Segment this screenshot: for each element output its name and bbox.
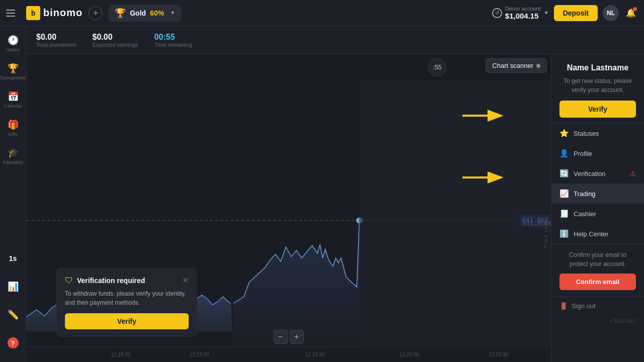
main-layout: 🕐 History 🏆 Tournaments 📅 Calendar 🎁 Gif… <box>0 26 644 362</box>
signout-label: Sign out <box>572 302 596 310</box>
toast-close-button[interactable]: ✕ <box>182 276 189 285</box>
toast-header: 🛡 Verification required ✕ <box>65 276 189 285</box>
deposit-button[interactable]: Deposit <box>554 5 598 21</box>
cashier-icon: 🧾 <box>559 209 569 218</box>
cashier-label: Cashier <box>574 210 596 218</box>
dropdown-item-trading[interactable]: 📈 Trading <box>551 184 644 204</box>
sidebar-item-calendar[interactable]: 📅 Calendar <box>2 86 24 113</box>
drawing-tools-button[interactable]: ✏️ <box>2 302 24 328</box>
arrow-top <box>460 107 506 126</box>
time-label-5: 12:20:30 <box>489 352 508 357</box>
email-section: Confirm your email to protect your accou… <box>551 244 644 296</box>
dropdown-item-cashier[interactable]: 🧾 Cashier <box>551 204 644 224</box>
trading-label: Trading <box>574 190 596 198</box>
sidebar-item-gifts[interactable]: 🎁 Gifts <box>2 115 24 141</box>
timeframe-selector[interactable]: 1s <box>2 245 24 272</box>
statuses-icon: ⭐ <box>559 129 569 138</box>
education-icon: 🎓 <box>8 147 19 158</box>
zoom-out-button[interactable]: − <box>274 330 288 344</box>
chart-panel-row: Chart scanner :55 <box>26 54 644 362</box>
dropdown-item-help-center[interactable]: ℹ️ Help Center <box>551 224 644 244</box>
chevron-down-icon: ▼ <box>170 10 175 16</box>
stat-expected-earnings: $0.00 Expected earnings <box>92 33 138 48</box>
chart-and-menu: $0.00 Total investment $0.00 Expected ea… <box>26 26 644 362</box>
chart-scanner-label: Chart scanner <box>492 62 533 69</box>
stats-bar: $0.00 Total investment $0.00 Expected ea… <box>26 26 644 54</box>
top-navigation: b binomo + 🏆 Gold 60% ▼ ↺ Demo account $… <box>0 0 644 26</box>
sidebar-item-history[interactable]: 🕐 History <box>2 30 24 56</box>
timeframe-label: 1s <box>9 254 17 262</box>
account-label: Demo account <box>505 6 541 12</box>
notification-badge <box>633 7 637 11</box>
zoom-in-button[interactable]: + <box>290 330 304 344</box>
zoom-controls: − + <box>274 330 304 344</box>
sidebar-item-education[interactable]: 🎓 Education <box>2 143 24 169</box>
signout-icon: 🚪 <box>559 302 568 310</box>
dropdown-username: Name Lastname <box>559 63 636 72</box>
dropdown-item-statuses[interactable]: ⭐ Statuses <box>551 123 644 143</box>
avatar[interactable]: NL <box>603 5 619 21</box>
time-remaining-value: 00:55 <box>154 33 192 42</box>
history-icon: 🕐 <box>8 35 19 46</box>
pencil-icon: ✏️ <box>8 309 19 320</box>
left-sidebar: 🕐 History 🏆 Tournaments 📅 Calendar 🎁 Gif… <box>0 26 26 362</box>
question-icon: ? <box>8 337 19 348</box>
time-label-3: 12:19:30 <box>305 352 325 357</box>
menu-button[interactable] <box>6 5 22 21</box>
chart-scanner-wrapper: Chart scanner <box>486 58 547 73</box>
time-label-1: 12:18:30 <box>111 352 130 357</box>
dropdown-item-verification[interactable]: 🔄 Verification ⚠ <box>551 163 644 184</box>
sign-out-button[interactable]: 🚪 Sign out <box>551 296 644 315</box>
toast-verify-button[interactable]: Verify <box>65 313 189 329</box>
version-label: v.8ab15be7 <box>551 315 644 327</box>
account-amount: $1,004.15 <box>505 12 541 20</box>
time-axis-label: Time rem. <box>542 105 550 362</box>
add-tab-button[interactable]: + <box>89 6 103 20</box>
chart-bar-icon: 📊 <box>8 281 19 292</box>
time-axis: 12:18:30 12:19:00 12:19:30 12:20:00 12:2… <box>26 347 551 362</box>
toast-title: Verification required <box>77 277 178 285</box>
svg-rect-9 <box>359 80 551 346</box>
profile-icon: 👤 <box>559 149 569 158</box>
sidebar-label-history: History <box>6 47 20 52</box>
verification-label: Verification <box>574 170 606 177</box>
notifications-button[interactable]: 🔔 <box>624 6 638 20</box>
time-remaining-label: Time remaining <box>154 42 192 48</box>
asset-selector[interactable]: 🏆 Gold 60% ▼ <box>109 5 181 22</box>
warning-icon: ⚠ <box>629 169 636 177</box>
dropdown-verify-subtitle: To get new status, please verify your ac… <box>559 76 636 95</box>
verification-icon: 🔄 <box>559 169 569 178</box>
total-investment-value: $0.00 <box>36 33 76 42</box>
trading-icon: 📈 <box>559 189 569 198</box>
trophy-icon: 🏆 <box>8 63 19 74</box>
chevron-down-icon-account: ▼ <box>544 10 549 16</box>
shield-icon: 🛡 <box>65 276 73 285</box>
nav-right: ↺ Demo account $1,004.15 ▼ Deposit NL 🔔 <box>492 5 638 21</box>
demo-account[interactable]: ↺ Demo account $1,004.15 ▼ <box>492 6 549 20</box>
email-section-text: Confirm your email to protect your accou… <box>559 250 636 268</box>
sidebar-label-gifts: Gifts <box>8 132 18 137</box>
sidebar-label-education: Education <box>3 160 23 165</box>
logo-icon: b <box>26 6 40 20</box>
chart-scanner-button[interactable]: Chart scanner <box>486 58 547 73</box>
dropdown-user-section: Name Lastname To get new status, please … <box>551 54 644 123</box>
dropdown-verify-button[interactable]: Verify <box>559 101 636 118</box>
asset-name: Gold <box>130 9 146 17</box>
sidebar-item-tournaments[interactable]: 🏆 Tournaments <box>2 58 24 84</box>
expected-earnings-value: $0.00 <box>92 33 138 42</box>
help-button[interactable]: ? <box>2 330 24 356</box>
sidebar-label-calendar: Calendar <box>4 104 22 109</box>
total-investment-label: Total investment <box>36 42 76 48</box>
profile-label: Profile <box>574 150 592 157</box>
indicators-button[interactable]: 📊 <box>2 274 24 300</box>
toast-body: To withdraw funds, please verify your id… <box>65 289 189 307</box>
stat-time-remaining: 00:55 Time remaining <box>154 33 192 48</box>
dropdown-menu: Name Lastname To get new status, please … <box>551 54 644 362</box>
time-label-2: 12:19:00 <box>190 352 209 357</box>
statuses-label: Statuses <box>574 130 599 137</box>
logo-text: binomo <box>43 7 83 19</box>
gift-icon: 🎁 <box>8 119 19 130</box>
confirm-email-button[interactable]: Confirm email <box>559 274 636 290</box>
dropdown-item-profile[interactable]: 👤 Profile <box>551 143 644 163</box>
time-label-4: 12:20:00 <box>399 352 419 357</box>
